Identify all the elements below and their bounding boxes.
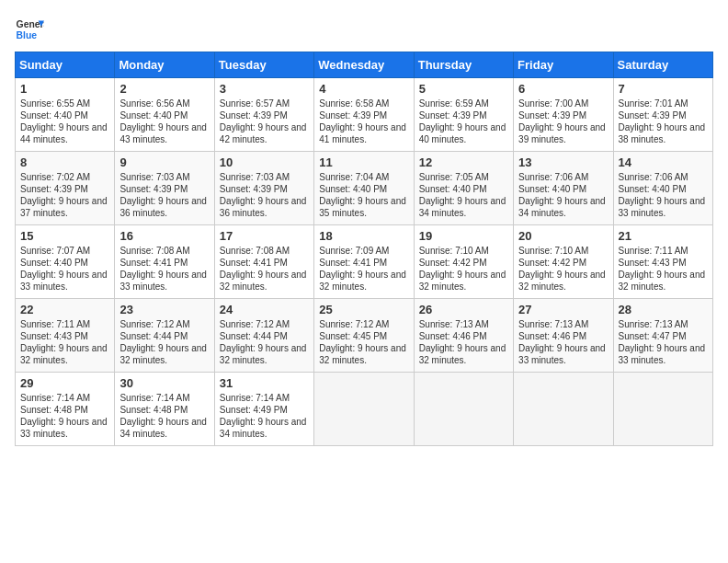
day-number: 15	[20, 229, 109, 243]
calendar-cell: 23 Sunrise: 7:12 AM Sunset: 4:44 PM Dayl…	[115, 299, 214, 373]
sunrise-line: Sunrise: 7:05 AM	[419, 171, 508, 183]
day-number: 26	[419, 303, 508, 316]
daylight-line: Daylight: 9 hours and 40 minutes.	[419, 121, 508, 145]
header-wednesday: Wednesday	[314, 52, 414, 78]
sunrise-line: Sunrise: 6:58 AM	[319, 98, 408, 109]
sunset-line: Sunset: 4:39 PM	[119, 183, 209, 195]
daylight-line: Daylight: 9 hours and 44 minutes.	[20, 121, 109, 145]
page-header: General Blue	[15, 15, 713, 44]
sunset-line: Sunset: 4:44 PM	[220, 330, 309, 342]
sunset-line: Sunset: 4:46 PM	[518, 330, 608, 342]
day-number: 22	[20, 303, 109, 316]
sunrise-line: Sunrise: 7:08 AM	[119, 245, 209, 257]
day-number: 6	[518, 82, 608, 96]
daylight-line: Daylight: 9 hours and 33 minutes.	[619, 195, 708, 219]
day-number: 25	[319, 303, 408, 316]
sunset-line: Sunset: 4:42 PM	[419, 257, 508, 269]
day-number: 14	[619, 155, 708, 169]
day-number: 30	[119, 376, 209, 390]
daylight-line: Daylight: 9 hours and 32 minutes.	[619, 269, 708, 293]
calendar-cell: 16 Sunrise: 7:08 AM Sunset: 4:41 PM Dayl…	[115, 225, 214, 299]
daylight-line: Daylight: 9 hours and 32 minutes.	[319, 269, 408, 293]
sunrise-line: Sunrise: 7:02 AM	[20, 171, 109, 183]
sunset-line: Sunset: 4:49 PM	[220, 404, 309, 416]
calendar-cell: 4 Sunrise: 6:58 AM Sunset: 4:39 PM Dayli…	[314, 78, 414, 152]
calendar-cell: 20 Sunrise: 7:10 AM Sunset: 4:42 PM Dayl…	[514, 225, 613, 299]
day-number: 23	[119, 303, 209, 316]
daylight-line: Daylight: 9 hours and 32 minutes.	[518, 269, 608, 293]
calendar-week-row: 22 Sunrise: 7:11 AM Sunset: 4:43 PM Dayl…	[16, 299, 713, 373]
daylight-line: Daylight: 9 hours and 32 minutes.	[20, 342, 109, 366]
daylight-line: Daylight: 9 hours and 38 minutes.	[619, 121, 708, 145]
calendar-cell: 27 Sunrise: 7:13 AM Sunset: 4:46 PM Dayl…	[514, 299, 613, 373]
calendar-cell: 13 Sunrise: 7:06 AM Sunset: 4:40 PM Dayl…	[514, 152, 613, 225]
sunset-line: Sunset: 4:43 PM	[619, 257, 708, 269]
day-number: 13	[518, 155, 608, 169]
daylight-line: Daylight: 9 hours and 33 minutes.	[20, 416, 109, 440]
day-number: 12	[419, 155, 508, 169]
sunset-line: Sunset: 4:40 PM	[20, 257, 109, 269]
calendar-cell: 10 Sunrise: 7:03 AM Sunset: 4:39 PM Dayl…	[214, 152, 313, 225]
daylight-line: Daylight: 9 hours and 43 minutes.	[119, 121, 209, 145]
sunset-line: Sunset: 4:43 PM	[20, 330, 109, 342]
sunrise-line: Sunrise: 7:10 AM	[419, 245, 508, 257]
sunset-line: Sunset: 4:45 PM	[319, 330, 408, 342]
sunset-line: Sunset: 4:40 PM	[619, 183, 708, 195]
sunrise-line: Sunrise: 6:56 AM	[119, 98, 209, 109]
header-tuesday: Tuesday	[214, 52, 313, 78]
calendar-cell: 2 Sunrise: 6:56 AM Sunset: 4:40 PM Dayli…	[115, 78, 214, 152]
day-number: 9	[119, 155, 209, 169]
sunrise-line: Sunrise: 6:55 AM	[20, 98, 109, 109]
sunset-line: Sunset: 4:40 PM	[20, 109, 109, 121]
calendar-week-row: 15 Sunrise: 7:07 AM Sunset: 4:40 PM Dayl…	[16, 225, 713, 299]
sunset-line: Sunset: 4:41 PM	[119, 257, 209, 269]
calendar-cell: 5 Sunrise: 6:59 AM Sunset: 4:39 PM Dayli…	[414, 78, 513, 152]
logo-icon: General Blue	[15, 15, 44, 44]
calendar-body: 1 Sunrise: 6:55 AM Sunset: 4:40 PM Dayli…	[16, 78, 713, 446]
header-friday: Friday	[514, 52, 613, 78]
calendar-cell: 29 Sunrise: 7:14 AM Sunset: 4:48 PM Dayl…	[16, 373, 115, 446]
calendar-cell: 19 Sunrise: 7:10 AM Sunset: 4:42 PM Dayl…	[414, 225, 513, 299]
calendar-cell	[514, 373, 613, 446]
daylight-line: Daylight: 9 hours and 32 minutes.	[220, 342, 309, 366]
day-number: 16	[119, 229, 209, 243]
day-number: 28	[619, 303, 708, 316]
daylight-line: Daylight: 9 hours and 32 minutes.	[319, 342, 408, 366]
sunrise-line: Sunrise: 7:14 AM	[119, 392, 209, 404]
sunrise-line: Sunrise: 7:12 AM	[319, 318, 408, 330]
calendar-cell: 24 Sunrise: 7:12 AM Sunset: 4:44 PM Dayl…	[214, 299, 313, 373]
day-number: 17	[220, 229, 309, 243]
sunset-line: Sunset: 4:39 PM	[319, 109, 408, 121]
calendar-cell: 26 Sunrise: 7:13 AM Sunset: 4:46 PM Dayl…	[414, 299, 513, 373]
sunrise-line: Sunrise: 7:14 AM	[20, 392, 109, 404]
daylight-line: Daylight: 9 hours and 32 minutes.	[419, 269, 508, 293]
sunset-line: Sunset: 4:39 PM	[20, 183, 109, 195]
daylight-line: Daylight: 9 hours and 33 minutes.	[20, 269, 109, 293]
day-number: 5	[419, 82, 508, 96]
sunset-line: Sunset: 4:39 PM	[220, 109, 309, 121]
calendar-cell: 8 Sunrise: 7:02 AM Sunset: 4:39 PM Dayli…	[16, 152, 115, 225]
sunset-line: Sunset: 4:46 PM	[419, 330, 508, 342]
sunrise-line: Sunrise: 7:11 AM	[619, 245, 708, 257]
sunset-line: Sunset: 4:39 PM	[518, 109, 608, 121]
sunset-line: Sunset: 4:47 PM	[619, 330, 708, 342]
calendar-cell	[613, 373, 712, 446]
sunset-line: Sunset: 4:39 PM	[220, 183, 309, 195]
calendar-cell: 15 Sunrise: 7:07 AM Sunset: 4:40 PM Dayl…	[16, 225, 115, 299]
svg-text:Blue: Blue	[17, 30, 38, 40]
day-number: 27	[518, 303, 608, 316]
daylight-line: Daylight: 9 hours and 42 minutes.	[220, 121, 309, 145]
calendar-cell: 25 Sunrise: 7:12 AM Sunset: 4:45 PM Dayl…	[314, 299, 414, 373]
day-number: 1	[20, 82, 109, 96]
sunset-line: Sunset: 4:41 PM	[220, 257, 309, 269]
daylight-line: Daylight: 9 hours and 34 minutes.	[220, 416, 309, 440]
sunset-line: Sunset: 4:39 PM	[619, 109, 708, 121]
sunrise-line: Sunrise: 7:01 AM	[619, 98, 708, 109]
day-number: 24	[220, 303, 309, 316]
sunrise-line: Sunrise: 7:03 AM	[220, 171, 309, 183]
calendar-cell: 31 Sunrise: 7:14 AM Sunset: 4:49 PM Dayl…	[214, 373, 313, 446]
header-monday: Monday	[115, 52, 214, 78]
sunrise-line: Sunrise: 7:06 AM	[518, 171, 608, 183]
daylight-line: Daylight: 9 hours and 35 minutes.	[319, 195, 408, 219]
day-number: 31	[220, 376, 309, 390]
